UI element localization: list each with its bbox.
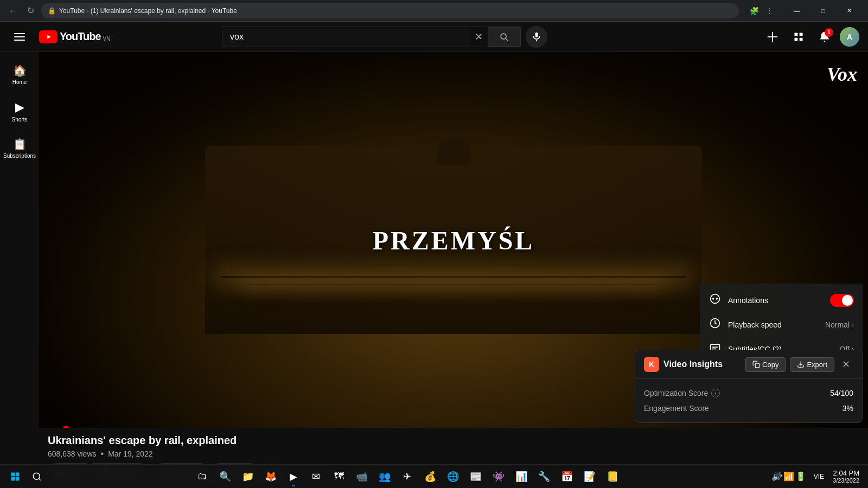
annotations-toggle[interactable] [830,294,854,307]
taskbar-clock[interactable]: 2:04 PM 3/23/2022 [828,469,864,484]
volume-taskbar-icon: 🔊 [771,471,782,481]
svg-rect-11 [800,37,803,41]
taskbar-app-calendar[interactable]: 📅 [556,466,578,487]
taskbar-app-maps[interactable]: 🗺 [328,466,350,487]
taskbar-app-email[interactable]: ✉ [305,466,327,487]
yt-logo-icon [39,30,58,43]
svg-marker-3 [47,35,50,38]
svg-point-13 [712,298,714,299]
taskbar-app-excel[interactable]: 📊 [510,466,532,487]
search-input[interactable] [222,27,469,47]
svg-rect-4 [535,32,538,37]
close-btn[interactable]: ✕ [837,2,861,20]
taskbar-app-firefox[interactable]: 🦊 [260,466,282,487]
taskbar-app-tool[interactable]: 🔧 [533,466,555,487]
optimization-info-icon[interactable]: i [711,389,720,397]
export-label: Export [807,361,827,369]
svg-point-12 [711,294,720,304]
taskbar-app-social[interactable]: 👾 [488,466,509,487]
video-main-title: Ukrainians' escape by rail, explained [48,434,237,447]
svg-rect-1 [14,36,25,37]
taskbar-time: 2:04 PM [833,469,859,477]
yt-search-container: ✕ [222,26,547,48]
sidebar-item-home[interactable]: 🏠 Home [2,57,37,92]
user-avatar[interactable]: A [840,27,859,47]
taskbar-app-files[interactable]: 📁 [237,466,259,487]
insights-close-btn[interactable]: ✕ [839,357,853,371]
maximize-btn[interactable]: □ [810,2,835,20]
taskbar-right: 🔊 📶 🔋 VIE 2:04 PM 3/23/2022 [768,467,864,486]
vox-watermark: Vox [827,63,857,86]
annotations-label: Annotations [728,296,824,305]
insights-k-logo: K [644,357,659,372]
address-bar[interactable]: 🔒 YouTube - (1) Ukrainians' escape by ra… [41,3,739,18]
taskbar-app-explorer[interactable]: 🗂 [192,466,213,487]
video-title-row: Ukrainians' escape by rail, explained 60… [48,434,859,459]
svg-rect-7 [768,36,777,37]
sidebar-subs-label: Subscriptions [3,153,36,159]
window-controls: — □ ✕ [784,2,861,20]
engagement-score-label: Engagement Score [644,404,709,413]
browser-more-btn[interactable]: ⋮ [763,4,776,17]
video-views: 608,638 views [48,450,97,458]
taskbar: 🗂🔍📁🦊▶✉🗺📹👥✈💰🌐📰👾📊🔧📅📝📒 🔊 📶 🔋 VIE 2:04 PM 3/… [0,464,868,488]
taskbar-apps: 🗂🔍📁🦊▶✉🗺📹👥✈💰🌐📰👾📊🔧📅📝📒 [48,466,767,487]
taskbar-app-news[interactable]: 📰 [465,466,487,487]
taskbar-app-notes[interactable]: 📒 [602,466,623,487]
battery-icon: 🔋 [795,471,806,481]
sidebar-item-subscriptions[interactable]: 📋 Subscriptions [2,131,37,165]
insights-panel: K Video Insights Copy Export ✕ Optimizat… [635,350,863,423]
mic-btn[interactable] [526,26,547,48]
taskbar-app-youtube[interactable]: ▶ [283,466,304,487]
browser-chrome: ← ↻ 🔒 YouTube - (1) Ukrainians' escape b… [0,0,868,22]
taskbar-lang[interactable]: VIE [812,473,826,480]
search-clear-btn[interactable]: ✕ [469,27,488,47]
taskbar-app-telegram[interactable]: ✈ [397,466,418,487]
sidebar-item-shorts[interactable]: ▶ Shorts [2,94,37,129]
minimize-btn[interactable]: — [784,2,809,20]
yt-logo-vn: VN [103,36,111,42]
svg-rect-9 [800,33,803,36]
browser-refresh-btn[interactable]: ↻ [24,4,37,17]
hamburger-menu-btn[interactable] [9,26,30,48]
yt-header-right: 1 A [762,26,859,48]
svg-rect-8 [794,33,797,36]
settings-annotations-item[interactable]: Annotations [700,288,863,312]
notification-btn[interactable]: 1 [814,26,835,48]
yt-search-bar: ✕ [222,27,521,47]
video-title-block: Ukrainians' escape by rail, explained 60… [48,434,237,459]
taskbar-app-chrome[interactable]: 🌐 [442,466,464,487]
svg-point-45 [33,473,40,479]
video-title-overlay: PRZEMYŚL [373,225,535,255]
search-submit-btn[interactable] [488,27,521,47]
subscriptions-icon: 📋 [13,138,27,151]
browser-back-btn[interactable]: ← [7,4,20,17]
apps-grid-btn[interactable] [788,26,809,48]
svg-rect-2 [14,40,25,41]
insights-copy-btn[interactable]: Copy [745,357,786,372]
video-date: Mar 19, 2022 [108,450,153,458]
home-icon: 🏠 [13,64,27,77]
insights-title: Video Insights [663,359,741,369]
taskbar-app-teams[interactable]: 👥 [374,466,395,487]
network-icon: 📶 [783,471,794,481]
taskbar-app-wallet[interactable]: 💰 [419,466,441,487]
browser-title: YouTube - (1) Ukrainians' escape by rail… [59,7,237,15]
sidebar: 🏠 Home ▶ Shorts 📋 Subscriptions [0,52,39,488]
insights-export-btn[interactable]: Export [790,357,834,372]
create-btn[interactable] [762,26,783,48]
taskbar-app-word[interactable]: 📝 [579,466,601,487]
playback-speed-label: Playback speed [728,320,819,329]
insights-body: Optimization Score i 54/100 Engagement S… [635,379,862,422]
taskbar-app-search[interactable]: 🔍 [214,466,236,487]
settings-playback-item[interactable]: Playback speed Normal › [700,312,863,337]
taskbar-app-zoom[interactable]: 📹 [351,466,373,487]
svg-rect-10 [794,37,797,41]
taskbar-start-btn[interactable] [4,467,26,486]
extensions-btn[interactable]: 🧩 [748,4,761,17]
taskbar-search-btn[interactable] [27,467,47,486]
taskbar-sys-icons[interactable]: 🔊 📶 🔋 [768,467,809,486]
svg-rect-0 [14,33,25,34]
yt-logo[interactable]: YouTube VN [39,30,110,43]
copy-label: Copy [762,361,778,369]
